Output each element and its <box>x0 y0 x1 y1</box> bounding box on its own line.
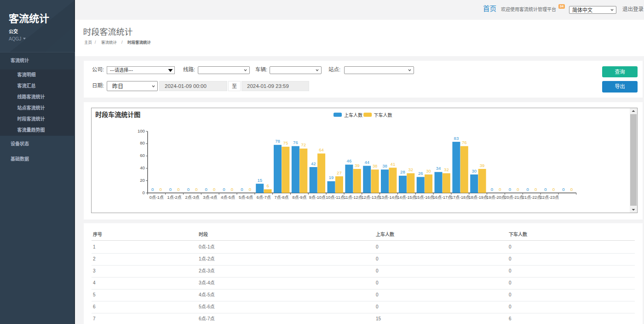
svg-text:下车人数: 下车人数 <box>374 112 392 117</box>
svg-text:15: 15 <box>257 177 262 182</box>
svg-text:5点-6点: 5点-6点 <box>238 195 253 199</box>
svg-text:0: 0 <box>544 186 546 191</box>
svg-text:上车人数: 上车人数 <box>344 112 362 117</box>
svg-text:0: 0 <box>248 186 251 191</box>
svg-text:32: 32 <box>444 167 449 172</box>
svg-text:34: 34 <box>436 166 441 171</box>
svg-text:0: 0 <box>195 186 197 191</box>
svg-text:0: 0 <box>517 186 519 191</box>
svg-text:17点-18点: 17点-18点 <box>450 195 469 199</box>
svg-text:10点-11点: 10点-11点 <box>326 195 344 199</box>
svg-text:9点-10点: 9点-10点 <box>309 195 325 199</box>
svg-text:0: 0 <box>241 186 243 191</box>
svg-text:0: 0 <box>142 190 144 195</box>
svg-text:6: 6 <box>266 183 269 188</box>
svg-text:0: 0 <box>562 186 564 191</box>
svg-text:80: 80 <box>140 140 145 145</box>
svg-text:64: 64 <box>319 147 324 152</box>
svg-text:39: 39 <box>479 162 484 168</box>
svg-text:27: 27 <box>337 170 342 175</box>
svg-text:18点-19点: 18点-19点 <box>468 195 487 199</box>
svg-text:0: 0 <box>177 186 179 191</box>
svg-text:时段车流统计图: 时段车流统计图 <box>95 111 140 118</box>
svg-text:83: 83 <box>454 135 459 140</box>
svg-text:0: 0 <box>159 186 161 191</box>
svg-text:0: 0 <box>151 186 154 191</box>
svg-text:7点-8点: 7点-8点 <box>274 195 288 199</box>
svg-text:42: 42 <box>310 161 316 166</box>
svg-text:19点-20点: 19点-20点 <box>486 195 505 199</box>
svg-text:38: 38 <box>372 163 377 168</box>
svg-text:12点-13点: 12点-13点 <box>361 195 380 199</box>
svg-text:46: 46 <box>346 158 351 163</box>
svg-text:40: 40 <box>140 165 145 170</box>
svg-text:38: 38 <box>382 163 387 168</box>
svg-text:3点-4点: 3点-4点 <box>203 195 217 199</box>
svg-text:0: 0 <box>499 186 501 191</box>
svg-text:60: 60 <box>140 153 145 158</box>
svg-text:11点-12点: 11点-12点 <box>344 195 362 199</box>
svg-text:4点-5点: 4点-5点 <box>221 195 235 199</box>
svg-text:0: 0 <box>187 186 189 191</box>
svg-text:0: 0 <box>534 186 536 191</box>
svg-text:0: 0 <box>230 186 233 191</box>
svg-text:0: 0 <box>223 186 225 191</box>
svg-text:76: 76 <box>293 140 298 145</box>
svg-text:0: 0 <box>490 186 493 191</box>
svg-text:76: 76 <box>462 140 467 145</box>
svg-text:44: 44 <box>364 159 369 164</box>
svg-text:0: 0 <box>570 186 572 191</box>
svg-text:20点-21点: 20点-21点 <box>504 195 523 199</box>
svg-text:0: 0 <box>205 186 207 191</box>
svg-text:21点-22点: 21点-22点 <box>522 195 541 199</box>
svg-text:13点-14点: 13点-14点 <box>379 195 398 199</box>
svg-text:16点-17点: 16点-17点 <box>432 195 451 199</box>
svg-text:14点-15点: 14点-15点 <box>397 195 416 199</box>
svg-text:72: 72 <box>301 142 306 147</box>
svg-text:19: 19 <box>328 175 334 180</box>
svg-text:0: 0 <box>508 186 511 191</box>
svg-text:32: 32 <box>408 167 413 172</box>
svg-text:100: 100 <box>137 128 144 133</box>
svg-text:22点-23点: 22点-23点 <box>540 195 558 199</box>
svg-text:26: 26 <box>418 171 423 176</box>
svg-text:15点-16点: 15点-16点 <box>415 195 434 199</box>
svg-text:41: 41 <box>390 161 395 166</box>
svg-text:75: 75 <box>283 140 288 145</box>
svg-text:0: 0 <box>526 186 529 191</box>
svg-text:0: 0 <box>169 186 171 191</box>
svg-text:39: 39 <box>355 162 360 168</box>
svg-text:0点-1点: 0点-1点 <box>149 195 163 199</box>
svg-text:30: 30 <box>472 168 477 173</box>
svg-text:0: 0 <box>552 186 554 191</box>
svg-text:30: 30 <box>426 168 431 173</box>
svg-text:78: 78 <box>275 139 280 144</box>
svg-text:2点-3点: 2点-3点 <box>185 195 199 199</box>
svg-text:1点-2点: 1点-2点 <box>167 195 181 199</box>
svg-text:8点-9点: 8点-9点 <box>292 195 306 199</box>
svg-text:28: 28 <box>400 169 405 174</box>
svg-text:6点-7点: 6点-7点 <box>256 195 270 199</box>
svg-text:0: 0 <box>213 186 215 191</box>
svg-text:20: 20 <box>140 177 145 182</box>
